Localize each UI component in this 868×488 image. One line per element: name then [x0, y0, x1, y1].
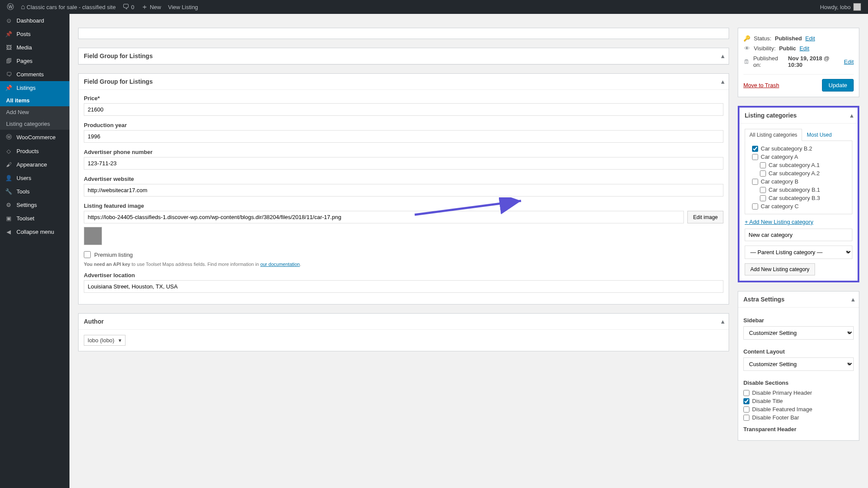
year-input[interactable]: [84, 130, 723, 143]
view-listing-link[interactable]: View Listing: [165, 0, 201, 14]
location-input[interactable]: [84, 280, 723, 293]
add-new-category-button[interactable]: Add New Listing category: [745, 263, 815, 275]
sidebar-item-dashboard[interactable]: ⊙Dashboard: [0, 14, 69, 27]
brush-icon: 🖌: [4, 161, 13, 168]
page-icon: 🗐: [4, 58, 13, 64]
user-icon: 👤: [4, 175, 13, 181]
cat-check-c[interactable]: [752, 203, 758, 210]
author-select[interactable]: lobo (lobo) ▾: [84, 335, 125, 346]
top-empty-postbox: [78, 28, 729, 39]
sidebar-item-products[interactable]: ◇Products: [0, 144, 69, 158]
field-group-header-2[interactable]: Field Group for Listings ▴: [79, 74, 729, 90]
website-label: Advertiser website: [84, 176, 723, 182]
sidebar-item-appearance[interactable]: 🖌Appearance: [0, 158, 69, 171]
author-postbox: Author ▴ lobo (lobo) ▾: [78, 313, 729, 351]
disable-featured-image-checkbox[interactable]: [743, 406, 749, 413]
premium-label: Premium listing: [94, 252, 133, 258]
wp-logo[interactable]: ⓦ: [3, 0, 17, 14]
year-label: Production year: [84, 122, 723, 128]
admin-sidebar: ⊙Dashboard 📌Posts 🖾Media 🗐Pages 🗨Comment…: [0, 14, 69, 475]
image-input[interactable]: [84, 211, 684, 223]
field-group-header-1[interactable]: Field Group for Listings ▴: [79, 48, 729, 64]
new-category-input[interactable]: [745, 229, 852, 241]
cat-check-a[interactable]: [752, 154, 758, 160]
toggle-icon[interactable]: ▴: [851, 296, 855, 303]
price-input[interactable]: [84, 103, 723, 116]
sidebar-item-toolset[interactable]: ▣Toolset: [0, 212, 69, 225]
visibility-value: Public: [779, 45, 796, 52]
sidebar-sub-listing-categories[interactable]: Listing categories: [0, 118, 69, 130]
premium-checkbox[interactable]: [84, 251, 91, 258]
status-edit-link[interactable]: Edit: [805, 35, 815, 42]
disable-footer-bar-checkbox[interactable]: [743, 415, 749, 421]
disable-primary-header-checkbox[interactable]: [743, 390, 749, 396]
sidebar-item-posts[interactable]: 📌Posts: [0, 27, 69, 41]
add-new-category-link[interactable]: + Add New Listing category: [745, 219, 813, 225]
toggle-icon[interactable]: ▴: [850, 112, 853, 119]
sidebar-item-tools[interactable]: 🔧Tools: [0, 185, 69, 198]
image-thumbnail[interactable]: [84, 227, 102, 245]
phone-input[interactable]: [84, 157, 723, 170]
astra-sidebar-select[interactable]: Customizer Setting: [743, 326, 854, 340]
howdy-link[interactable]: Howdy, lobo: [816, 0, 865, 14]
cat-check-b3[interactable]: [760, 195, 766, 201]
move-to-trash-link[interactable]: Move to Trash: [743, 82, 779, 88]
new-label: New: [150, 4, 161, 10]
sidebar-item-listings[interactable]: 📌Listings: [0, 81, 69, 95]
astra-content-label: Content Layout: [743, 348, 854, 355]
update-button[interactable]: Update: [822, 79, 854, 92]
media-icon: 🖾: [4, 44, 13, 51]
sidebar-item-settings[interactable]: ⚙Settings: [0, 198, 69, 212]
cat-check-a2[interactable]: [760, 170, 766, 177]
sidebar-item-media[interactable]: 🖾Media: [0, 41, 69, 54]
location-label: Advertiser location: [84, 272, 723, 278]
disable-title-checkbox[interactable]: [743, 398, 749, 404]
new-link[interactable]: ＋ New: [138, 0, 165, 14]
sidebar-item-pages[interactable]: 🗐Pages: [0, 54, 69, 68]
admin-bar: ⓦ ⌂ Classic cars for sale - classified s…: [0, 0, 868, 14]
price-label: Price*: [84, 95, 723, 102]
pin-icon: 📌: [4, 85, 13, 91]
woo-icon: ⓦ: [4, 133, 13, 141]
comments-count: 0: [131, 4, 134, 10]
toggle-icon[interactable]: ▴: [721, 318, 724, 325]
cat-check-b[interactable]: [752, 179, 758, 185]
listing-categories-header[interactable]: Listing categories ▴: [739, 108, 858, 124]
author-header[interactable]: Author ▴: [79, 314, 729, 330]
phone-label: Advertiser phone number: [84, 149, 723, 155]
product-icon: ◇: [4, 148, 13, 154]
sidebar-item-woocommerce[interactable]: ⓦWooCommerce: [0, 130, 69, 144]
cat-check-a1[interactable]: [760, 162, 766, 168]
gauge-icon: ⊙: [4, 17, 13, 24]
edit-image-button[interactable]: Edit image: [687, 211, 723, 223]
sidebar-sub-all-items[interactable]: All items: [0, 95, 69, 106]
visibility-edit-link[interactable]: Edit: [799, 45, 809, 52]
toolset-icon: ▣: [4, 215, 13, 222]
astra-content-select[interactable]: Customizer Setting: [743, 357, 854, 371]
tab-most-used[interactable]: Most Used: [802, 129, 836, 141]
sidebar-collapse[interactable]: ◀Collapse menu: [0, 225, 69, 239]
status-value: Published: [775, 35, 802, 42]
toggle-icon[interactable]: ▴: [721, 52, 724, 59]
astra-header[interactable]: Astra Settings ▴: [738, 291, 859, 308]
cat-check-b1[interactable]: [760, 187, 766, 193]
sidebar-sub-add-new[interactable]: Add New: [0, 106, 69, 118]
comments-link[interactable]: 🗨 0: [119, 0, 138, 14]
website-input[interactable]: [84, 184, 723, 197]
site-link[interactable]: ⌂ Classic cars for sale - classified sit…: [17, 0, 119, 14]
tab-all-categories[interactable]: All Listing categories: [745, 129, 802, 141]
astra-disable-label: Disable Sections: [743, 380, 854, 386]
documentation-link[interactable]: our documentation: [260, 262, 300, 267]
sidebar-item-comments[interactable]: 🗨Comments: [0, 68, 69, 81]
sidebar-item-users[interactable]: 👤Users: [0, 171, 69, 185]
key-icon: 🔑: [743, 35, 750, 42]
field-group-main: Field Group for Listings ▴ Price* Produc…: [78, 73, 729, 305]
parent-category-select[interactable]: — Parent Listing category —: [745, 246, 852, 259]
gear-icon: ⚙: [4, 202, 13, 208]
published-edit-link[interactable]: Edit: [844, 59, 854, 65]
wrench-icon: 🔧: [4, 188, 13, 195]
toggle-icon[interactable]: ▴: [721, 78, 724, 85]
category-tabs: All Listing categories Most Used: [745, 129, 852, 141]
category-list[interactable]: Car subcategory B.2 Car category A Car s…: [745, 141, 852, 214]
cat-check-b2[interactable]: [752, 146, 758, 152]
